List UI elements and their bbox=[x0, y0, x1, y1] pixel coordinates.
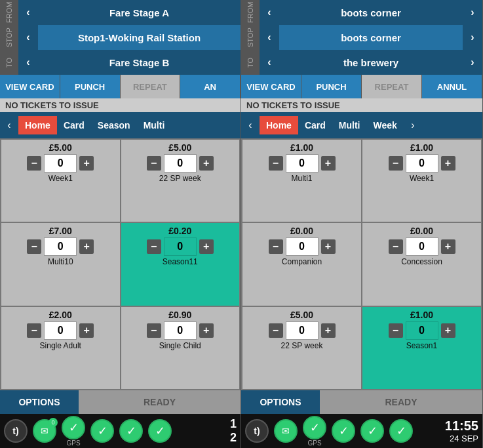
left-tab-card[interactable]: Card bbox=[57, 116, 91, 134]
left-ticket-0-minus[interactable]: − bbox=[27, 156, 41, 171]
left-ticket-3-qty: 0 bbox=[164, 237, 197, 256]
left-from-row: FROM ‹ Fare Stage A bbox=[0, 0, 241, 25]
right-ticket-0-minus[interactable]: − bbox=[269, 156, 283, 171]
right-ticket-5-plus[interactable]: + bbox=[441, 323, 455, 338]
right-status-bar: t) ✉ ✓ GPS ✓ ✓ ✓ 11:55 24 SEP bbox=[241, 414, 482, 448]
right-ready: READY bbox=[320, 390, 482, 414]
right-ticket-3-plus[interactable]: + bbox=[441, 239, 455, 254]
right-tab-next[interactable]: › bbox=[404, 112, 422, 138]
left-ticket-4-plus[interactable]: + bbox=[79, 323, 94, 338]
right-ticket-1-minus[interactable]: − bbox=[389, 156, 403, 171]
right-ticket-5: £1.00 − 0 + Season1 bbox=[362, 307, 481, 389]
left-punch-btn[interactable]: PUNCH bbox=[60, 75, 121, 98]
left-ticket-3-minus[interactable]: − bbox=[147, 239, 161, 254]
left-ticket-0-qty: 0 bbox=[44, 154, 77, 173]
right-ticket-3-controls: − 0 + bbox=[389, 237, 455, 256]
right-to-prev[interactable]: ‹ bbox=[260, 50, 279, 75]
left-ticket-5-qty: 0 bbox=[164, 321, 197, 340]
left-ticket-2-price: £7.00 bbox=[49, 226, 72, 236]
left-stop-label: STOP bbox=[0, 25, 18, 50]
left-ticket-0-controls: − 0 + bbox=[27, 154, 94, 173]
right-from-next[interactable]: › bbox=[463, 0, 482, 25]
right-stop-title: boots corner bbox=[279, 32, 463, 43]
right-from-prev[interactable]: ‹ bbox=[260, 0, 279, 25]
right-action-bar: VIEW CARD PUNCH REPEAT ANNUL bbox=[241, 75, 482, 98]
right-ticket-2-controls: − 0 + bbox=[269, 237, 336, 256]
left-mail-icon: ✉ 0 bbox=[33, 419, 56, 443]
left-ticket-1-plus[interactable]: + bbox=[199, 156, 214, 171]
right-tab-prev[interactable]: ‹ bbox=[241, 112, 260, 138]
left-status-bar: t) ✉ 0 ✓ GPS ✓ ✓ ✓ 1 2 bbox=[0, 414, 241, 448]
right-panel: FROM ‹ boots corner › STOP ‹ boots corne… bbox=[241, 0, 483, 448]
left-tab-multi[interactable]: Multi bbox=[137, 116, 172, 134]
right-ticket-4-qty: 0 bbox=[286, 321, 319, 340]
right-ticket-5-price: £1.00 bbox=[410, 310, 433, 320]
left-ticket-0-plus[interactable]: + bbox=[79, 156, 94, 171]
left-ticket-3-plus[interactable]: + bbox=[199, 239, 214, 254]
right-ticket-0: £1.00 − 0 + Multi1 bbox=[242, 140, 361, 222]
left-ticket-2-plus[interactable]: + bbox=[79, 239, 94, 254]
right-nfc-icon: ✓ bbox=[360, 419, 384, 443]
right-ticket-1: £1.00 − 0 + Week1 bbox=[362, 140, 481, 222]
left-stop-prev[interactable]: ‹ bbox=[18, 25, 38, 50]
left-ticket-0: £5.00 − 0 + Week1 bbox=[1, 140, 120, 222]
left-annul-btn[interactable]: AN bbox=[180, 75, 241, 98]
left-ticket-4-qty: 0 bbox=[44, 321, 77, 340]
left-globe-icon: ✓ bbox=[90, 419, 114, 443]
left-ticket-4: £2.00 − 0 + Single Adult bbox=[1, 307, 120, 389]
right-tab-card[interactable]: Card bbox=[298, 116, 332, 134]
left-ticket-5-controls: − 0 + bbox=[147, 321, 214, 340]
left-ticket-5-minus[interactable]: − bbox=[147, 323, 161, 338]
left-options-btn[interactable]: OPTIONS bbox=[0, 390, 79, 414]
right-punch-btn[interactable]: PUNCH bbox=[301, 75, 362, 98]
right-options-btn[interactable]: OPTIONS bbox=[241, 390, 320, 414]
left-to-prev[interactable]: ‹ bbox=[18, 50, 38, 75]
left-tab-season[interactable]: Season bbox=[91, 116, 137, 134]
left-repeat-btn[interactable]: REPEAT bbox=[121, 75, 181, 98]
left-ticket-5-plus[interactable]: + bbox=[199, 323, 214, 338]
right-to-next[interactable]: › bbox=[463, 50, 482, 75]
right-ticket-2-minus[interactable]: − bbox=[269, 239, 283, 254]
left-to-label: TO bbox=[0, 50, 18, 75]
right-ticket-1-price: £1.00 bbox=[410, 142, 433, 153]
right-ticket-0-plus[interactable]: + bbox=[321, 156, 336, 171]
left-ticket-1-label: 22 SP week bbox=[159, 174, 201, 183]
right-ticket-5-controls: − 0 + bbox=[389, 321, 455, 340]
right-ticket-5-minus[interactable]: − bbox=[389, 323, 403, 338]
left-num-2: 2 bbox=[230, 431, 237, 445]
left-tab-home[interactable]: Home bbox=[18, 116, 57, 134]
right-ticket-4-minus[interactable]: − bbox=[269, 323, 283, 338]
left-ticket-4-minus[interactable]: − bbox=[27, 323, 41, 338]
right-ticket-4-plus[interactable]: + bbox=[321, 323, 336, 338]
left-gps-label: GPS bbox=[66, 439, 80, 447]
left-tab-prev[interactable]: ‹ bbox=[0, 112, 18, 138]
left-from-title: Fare Stage A bbox=[38, 7, 241, 18]
left-from-prev[interactable]: ‹ bbox=[18, 0, 38, 25]
right-stop-prev[interactable]: ‹ bbox=[260, 25, 279, 50]
right-tab-multi[interactable]: Multi bbox=[332, 116, 367, 134]
left-ticket-1-minus[interactable]: − bbox=[147, 156, 161, 171]
right-ticket-2-price: £0.00 bbox=[290, 226, 313, 236]
left-ticket-2-minus[interactable]: − bbox=[27, 239, 41, 254]
right-ticket-3-minus[interactable]: − bbox=[389, 239, 403, 254]
right-time-display: 11:55 24 SEP bbox=[445, 418, 478, 443]
right-stop-next[interactable]: › bbox=[463, 25, 482, 50]
left-ticket-1-price: £5.00 bbox=[168, 142, 191, 153]
right-ticket-1-label: Week1 bbox=[410, 174, 434, 183]
left-ticket-3-label: Season11 bbox=[163, 257, 198, 266]
right-tab-week[interactable]: Week bbox=[366, 116, 403, 134]
right-stop-label: STOP bbox=[241, 25, 260, 50]
left-ticket-5: £0.90 − 0 + Single Child bbox=[121, 307, 240, 389]
left-view-card-btn[interactable]: VIEW CARD bbox=[0, 75, 60, 98]
right-to-title: the brewery bbox=[279, 57, 463, 68]
left-no-tickets: NO TICKETS TO ISSUE bbox=[0, 98, 241, 112]
left-status-print-col: ✓ bbox=[148, 419, 172, 443]
right-repeat-btn[interactable]: REPEAT bbox=[362, 75, 422, 98]
right-view-card-btn[interactable]: VIEW CARD bbox=[241, 75, 301, 98]
right-ticket-1-plus[interactable]: + bbox=[441, 156, 455, 171]
left-to-row: TO ‹ Fare Stage B bbox=[0, 50, 241, 75]
right-tab-home[interactable]: Home bbox=[260, 116, 298, 134]
right-annul-btn[interactable]: ANNUL bbox=[422, 75, 482, 98]
right-ticket-2-plus[interactable]: + bbox=[321, 239, 336, 254]
right-ticket-1-controls: − 0 + bbox=[389, 154, 455, 173]
